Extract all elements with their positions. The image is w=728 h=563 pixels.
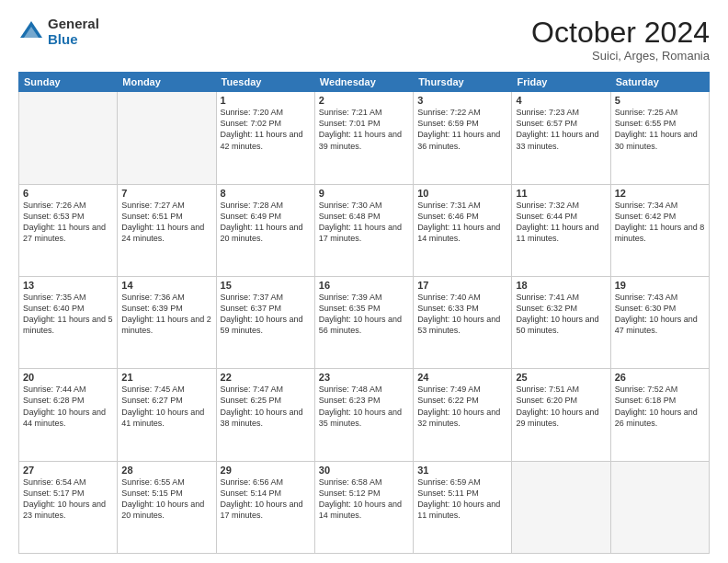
day-number: 17 <box>417 280 507 291</box>
day-number: 22 <box>221 372 311 383</box>
day-info: Sunrise: 7:47 AM Sunset: 6:25 PM Dayligh… <box>221 384 311 429</box>
day-info: Sunrise: 7:26 AM Sunset: 6:53 PM Dayligh… <box>23 200 113 245</box>
calendar-cell: 21Sunrise: 7:45 AM Sunset: 6:27 PM Dayli… <box>118 369 216 461</box>
calendar-cell: 15Sunrise: 7:37 AM Sunset: 6:37 PM Dayli… <box>216 276 314 368</box>
day-number: 21 <box>121 372 211 383</box>
calendar-cell: 27Sunrise: 6:54 AM Sunset: 5:17 PM Dayli… <box>19 461 118 553</box>
day-number: 4 <box>516 95 606 106</box>
day-info: Sunrise: 7:44 AM Sunset: 6:28 PM Dayligh… <box>23 384 113 429</box>
day-number: 20 <box>23 372 113 383</box>
calendar-cell <box>512 461 610 553</box>
calendar-cell <box>19 92 118 184</box>
day-number: 5 <box>615 95 705 106</box>
calendar-cell: 13Sunrise: 7:35 AM Sunset: 6:40 PM Dayli… <box>19 276 118 368</box>
day-info: Sunrise: 7:32 AM Sunset: 6:44 PM Dayligh… <box>516 200 606 245</box>
day-info: Sunrise: 6:54 AM Sunset: 5:17 PM Dayligh… <box>23 477 113 522</box>
calendar-week-row-5: 27Sunrise: 6:54 AM Sunset: 5:17 PM Dayli… <box>19 461 710 553</box>
day-info: Sunrise: 7:30 AM Sunset: 6:48 PM Dayligh… <box>319 200 409 245</box>
calendar-cell: 8Sunrise: 7:28 AM Sunset: 6:49 PM Daylig… <box>216 184 314 276</box>
day-number: 29 <box>221 465 311 476</box>
calendar-cell: 16Sunrise: 7:39 AM Sunset: 6:35 PM Dayli… <box>314 276 413 368</box>
calendar-cell: 23Sunrise: 7:48 AM Sunset: 6:23 PM Dayli… <box>314 369 413 461</box>
calendar-cell: 18Sunrise: 7:41 AM Sunset: 6:32 PM Dayli… <box>512 276 610 368</box>
col-sunday: Sunday <box>19 73 118 92</box>
page: General Blue October 2024 Suici, Arges, … <box>0 0 728 563</box>
day-info: Sunrise: 7:45 AM Sunset: 6:27 PM Dayligh… <box>121 384 211 429</box>
day-number: 9 <box>319 188 409 199</box>
logo-text: General Blue <box>48 17 99 47</box>
calendar-cell: 6Sunrise: 7:26 AM Sunset: 6:53 PM Daylig… <box>19 184 118 276</box>
day-info: Sunrise: 7:28 AM Sunset: 6:49 PM Dayligh… <box>221 200 311 245</box>
col-thursday: Thursday <box>414 73 512 92</box>
day-number: 27 <box>23 465 113 476</box>
day-number: 11 <box>516 188 606 199</box>
calendar-header-row: Sunday Monday Tuesday Wednesday Thursday… <box>19 73 710 92</box>
day-info: Sunrise: 6:58 AM Sunset: 5:12 PM Dayligh… <box>319 477 409 522</box>
calendar-cell: 12Sunrise: 7:34 AM Sunset: 6:42 PM Dayli… <box>610 184 709 276</box>
day-number: 23 <box>319 372 409 383</box>
logo-blue-label: Blue <box>48 32 99 48</box>
calendar-cell: 10Sunrise: 7:31 AM Sunset: 6:46 PM Dayli… <box>414 184 512 276</box>
day-info: Sunrise: 7:48 AM Sunset: 6:23 PM Dayligh… <box>319 384 409 429</box>
calendar-cell: 20Sunrise: 7:44 AM Sunset: 6:28 PM Dayli… <box>19 369 118 461</box>
calendar-cell: 7Sunrise: 7:27 AM Sunset: 6:51 PM Daylig… <box>118 184 216 276</box>
day-number: 30 <box>319 465 409 476</box>
calendar-cell: 25Sunrise: 7:51 AM Sunset: 6:20 PM Dayli… <box>512 369 610 461</box>
day-number: 31 <box>417 465 507 476</box>
day-info: Sunrise: 7:37 AM Sunset: 6:37 PM Dayligh… <box>221 292 311 337</box>
day-info: Sunrise: 7:20 AM Sunset: 7:02 PM Dayligh… <box>221 107 311 152</box>
day-number: 8 <box>221 188 311 199</box>
day-info: Sunrise: 7:34 AM Sunset: 6:42 PM Dayligh… <box>615 200 705 245</box>
day-info: Sunrise: 7:35 AM Sunset: 6:40 PM Dayligh… <box>23 292 113 337</box>
day-info: Sunrise: 7:51 AM Sunset: 6:20 PM Dayligh… <box>516 384 606 429</box>
day-info: Sunrise: 7:40 AM Sunset: 6:33 PM Dayligh… <box>417 292 507 337</box>
day-number: 18 <box>516 280 606 291</box>
day-number: 7 <box>121 188 211 199</box>
logo: General Blue <box>18 17 99 47</box>
day-number: 6 <box>23 188 113 199</box>
calendar-cell <box>118 92 216 184</box>
day-info: Sunrise: 7:52 AM Sunset: 6:18 PM Dayligh… <box>615 384 705 429</box>
day-info: Sunrise: 6:56 AM Sunset: 5:14 PM Dayligh… <box>221 477 311 522</box>
day-info: Sunrise: 6:59 AM Sunset: 5:11 PM Dayligh… <box>417 477 507 522</box>
calendar-cell: 22Sunrise: 7:47 AM Sunset: 6:25 PM Dayli… <box>216 369 314 461</box>
day-number: 28 <box>121 465 211 476</box>
day-number: 25 <box>516 372 606 383</box>
month-title: October 2024 <box>531 17 710 49</box>
calendar-cell: 5Sunrise: 7:25 AM Sunset: 6:55 PM Daylig… <box>610 92 709 184</box>
day-info: Sunrise: 7:36 AM Sunset: 6:39 PM Dayligh… <box>121 292 211 337</box>
day-info: Sunrise: 7:43 AM Sunset: 6:30 PM Dayligh… <box>615 292 705 337</box>
calendar-week-row-2: 6Sunrise: 7:26 AM Sunset: 6:53 PM Daylig… <box>19 184 710 276</box>
col-friday: Friday <box>512 73 610 92</box>
day-info: Sunrise: 7:31 AM Sunset: 6:46 PM Dayligh… <box>417 200 507 245</box>
calendar-week-row-1: 1Sunrise: 7:20 AM Sunset: 7:02 PM Daylig… <box>19 92 710 184</box>
day-number: 19 <box>615 280 705 291</box>
day-info: Sunrise: 7:39 AM Sunset: 6:35 PM Dayligh… <box>319 292 409 337</box>
calendar-cell: 4Sunrise: 7:23 AM Sunset: 6:57 PM Daylig… <box>512 92 610 184</box>
calendar-cell: 19Sunrise: 7:43 AM Sunset: 6:30 PM Dayli… <box>610 276 709 368</box>
day-info: Sunrise: 7:25 AM Sunset: 6:55 PM Dayligh… <box>615 107 705 152</box>
day-number: 10 <box>417 188 507 199</box>
day-info: Sunrise: 7:27 AM Sunset: 6:51 PM Dayligh… <box>121 200 211 245</box>
calendar-cell: 1Sunrise: 7:20 AM Sunset: 7:02 PM Daylig… <box>216 92 314 184</box>
day-info: Sunrise: 7:22 AM Sunset: 6:59 PM Dayligh… <box>417 107 507 152</box>
calendar-cell: 14Sunrise: 7:36 AM Sunset: 6:39 PM Dayli… <box>118 276 216 368</box>
day-number: 1 <box>221 95 311 106</box>
header: General Blue October 2024 Suici, Arges, … <box>18 17 710 63</box>
title-block: October 2024 Suici, Arges, Romania <box>531 17 710 63</box>
calendar-cell: 9Sunrise: 7:30 AM Sunset: 6:48 PM Daylig… <box>314 184 413 276</box>
day-info: Sunrise: 7:49 AM Sunset: 6:22 PM Dayligh… <box>417 384 507 429</box>
day-number: 14 <box>121 280 211 291</box>
calendar-week-row-4: 20Sunrise: 7:44 AM Sunset: 6:28 PM Dayli… <box>19 369 710 461</box>
logo-general-label: General <box>48 17 99 32</box>
subtitle: Suici, Arges, Romania <box>531 49 710 63</box>
calendar-cell <box>610 461 709 553</box>
col-wednesday: Wednesday <box>314 73 413 92</box>
calendar-cell: 26Sunrise: 7:52 AM Sunset: 6:18 PM Dayli… <box>610 369 709 461</box>
calendar-cell: 17Sunrise: 7:40 AM Sunset: 6:33 PM Dayli… <box>414 276 512 368</box>
logo-icon <box>18 19 44 45</box>
day-number: 24 <box>417 372 507 383</box>
day-number: 2 <box>319 95 409 106</box>
day-info: Sunrise: 7:21 AM Sunset: 7:01 PM Dayligh… <box>319 107 409 152</box>
col-monday: Monday <box>118 73 216 92</box>
